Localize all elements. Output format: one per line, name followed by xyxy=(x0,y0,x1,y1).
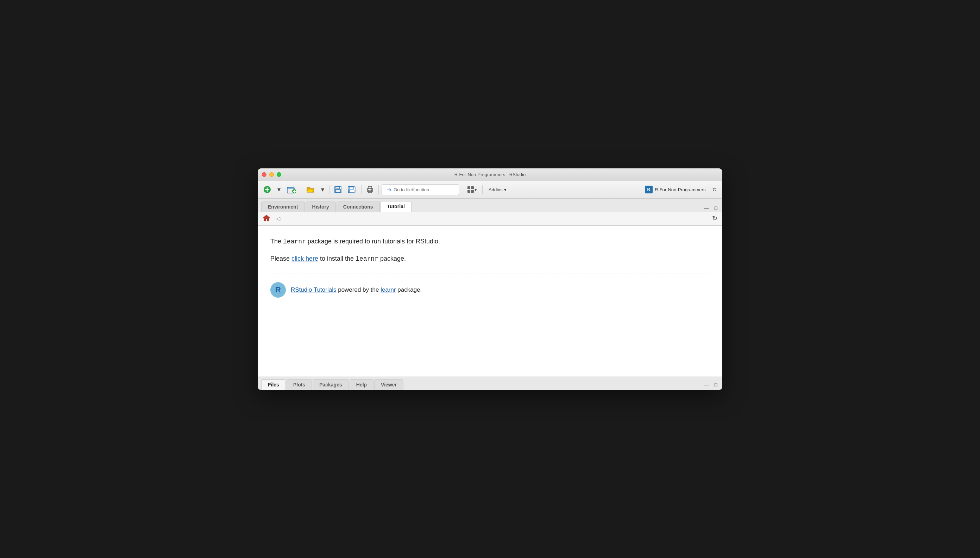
save-button[interactable] xyxy=(332,185,344,194)
footer-section: R RStudio Tutorials powered by the learn… xyxy=(270,282,710,298)
tab-environment[interactable]: Environment xyxy=(261,202,305,212)
separator-6 xyxy=(482,185,483,194)
refresh-button[interactable]: ↻ xyxy=(710,213,720,223)
tutorial-toolbar: ◁ ↻ xyxy=(258,212,722,225)
addins-button[interactable]: Addins ▾ xyxy=(486,185,510,194)
close-button[interactable] xyxy=(262,172,267,177)
bottom-minimize-button[interactable]: — xyxy=(702,381,711,389)
line2-code: learnr xyxy=(355,255,378,263)
separator-2 xyxy=(329,185,329,194)
bottom-maximize-button[interactable]: □ xyxy=(712,381,720,389)
project-button[interactable]: R R-For-Non-Programmers — C xyxy=(642,184,719,195)
footer-suffix: package. xyxy=(396,286,422,293)
line2-middle: to install the xyxy=(318,255,355,262)
rstudio-window: R-For-Non-Programmers - RStudio ▾ xyxy=(258,168,722,390)
content-divider xyxy=(270,273,710,273)
click-here-link[interactable]: click here xyxy=(291,255,318,262)
window-controls xyxy=(262,172,281,177)
home-icon xyxy=(263,214,270,221)
line1-code: learnr xyxy=(283,238,306,245)
print-button[interactable] xyxy=(364,185,376,194)
minimize-button[interactable] xyxy=(269,172,274,177)
tab-files[interactable]: Files xyxy=(261,379,286,390)
line2-prefix: Please xyxy=(270,255,291,262)
save-icon xyxy=(334,186,342,193)
goto-label: Go to file/function xyxy=(394,187,429,192)
back-button[interactable]: ◁ xyxy=(274,214,282,223)
line2-suffix: package. xyxy=(378,255,406,262)
layout-button[interactable]: ▾ xyxy=(465,185,479,194)
bottom-panel: Files Plots Packages Help Viewer — □ xyxy=(258,377,722,390)
install-message-line1: The learnr package is required to run tu… xyxy=(270,236,710,247)
save-all-icon xyxy=(348,186,356,193)
home-button[interactable] xyxy=(260,213,272,224)
title-bar: R-For-Non-Programmers - RStudio xyxy=(258,168,722,181)
install-message-line2: Please click here to install the learnr … xyxy=(270,254,710,264)
new-file-icon xyxy=(263,185,271,194)
print-icon xyxy=(366,186,373,193)
top-tabs: Environment History Connections Tutorial… xyxy=(258,199,722,212)
separator-4 xyxy=(378,185,379,194)
open-file-button[interactable] xyxy=(304,184,317,195)
tab-history[interactable]: History xyxy=(306,202,336,212)
minimize-panel-button[interactable]: — xyxy=(702,204,711,212)
svg-rect-18 xyxy=(368,186,372,189)
maximize-panel-button[interactable]: □ xyxy=(712,204,720,212)
new-file-button[interactable] xyxy=(261,184,273,195)
rstudio-logo: R xyxy=(270,282,286,298)
tab-viewer[interactable]: Viewer xyxy=(374,379,403,390)
svg-rect-9 xyxy=(335,190,340,192)
rstudio-tutorials-link[interactable]: RStudio Tutorials xyxy=(291,286,336,293)
line1-prefix: The xyxy=(270,238,283,245)
new-project-icon xyxy=(287,185,296,194)
new-project-button[interactable] xyxy=(285,184,298,195)
tab-connections[interactable]: Connections xyxy=(337,202,380,212)
open-file-icon xyxy=(306,185,315,194)
addins-label: Addins xyxy=(489,187,503,192)
svg-marker-20 xyxy=(263,215,270,221)
svg-point-19 xyxy=(371,189,372,190)
open-recent-button[interactable]: ▾ xyxy=(319,184,326,195)
new-file-dropdown[interactable]: ▾ xyxy=(275,184,283,195)
svg-rect-8 xyxy=(336,186,339,189)
bottom-tab-controls: — □ xyxy=(702,381,722,390)
tutorial-content: The learnr package is required to run tu… xyxy=(258,225,722,377)
tab-plots[interactable]: Plots xyxy=(286,379,312,390)
maximize-button[interactable] xyxy=(276,172,281,177)
layout-icon xyxy=(468,186,474,193)
separator-3 xyxy=(361,185,362,194)
separator-5 xyxy=(462,185,462,194)
top-panel: Environment History Connections Tutorial… xyxy=(258,199,722,377)
goto-arrow-icon: ➜ xyxy=(387,186,391,193)
footer-middle: powered by the xyxy=(336,286,381,293)
project-label: R-For-Non-Programmers — C xyxy=(655,187,716,192)
bottom-tabs: Files Plots Packages Help Viewer — □ xyxy=(258,377,722,390)
main-toolbar: ▾ ▾ xyxy=(258,181,722,199)
tab-packages[interactable]: Packages xyxy=(312,379,349,390)
addins-dropdown-icon: ▾ xyxy=(504,187,507,192)
goto-button[interactable]: ➜ Go to file/function xyxy=(381,184,459,195)
separator-1 xyxy=(301,185,301,194)
tab-help[interactable]: Help xyxy=(350,379,373,390)
footer-text: RStudio Tutorials powered by the learnr … xyxy=(291,286,422,294)
tab-tutorial[interactable]: Tutorial xyxy=(381,201,412,212)
save-all-button[interactable] xyxy=(346,185,358,194)
learnr-package-link[interactable]: learnr xyxy=(381,286,396,293)
top-tab-controls: — □ xyxy=(702,204,722,212)
project-r-icon: R xyxy=(645,185,653,194)
line1-suffix: package is required to run tutorials for… xyxy=(306,238,440,245)
window-title: R-For-Non-Programmers - RStudio xyxy=(455,172,525,177)
